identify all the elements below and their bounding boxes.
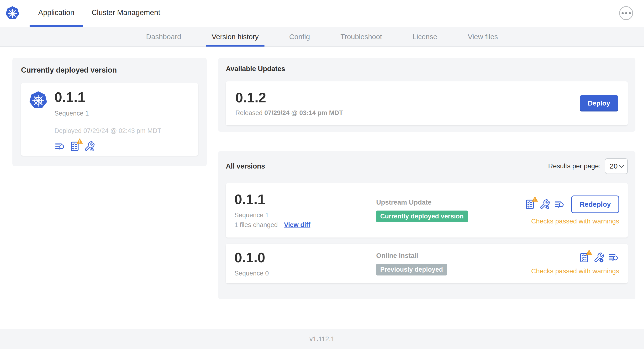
preflight-checks-warning-icon[interactable] xyxy=(69,141,80,152)
results-per-page-select[interactable]: 20 xyxy=(605,158,628,174)
currently-deployed-badge: Currently deployed version xyxy=(376,210,468,222)
header-tabs: Application Cluster Management xyxy=(30,0,169,27)
deployed-timestamp: Deployed 07/29/24 @ 02:43 pm MDT xyxy=(54,127,161,135)
edit-config-icon[interactable] xyxy=(539,199,550,210)
row-source-label: Online Install xyxy=(376,252,531,260)
update-released-date: 07/29/24 @ 03:14 pm MDT xyxy=(264,109,343,116)
redeploy-button[interactable]: Redeploy xyxy=(571,196,619,213)
subnav-view-files[interactable]: View files xyxy=(462,27,504,46)
kubernetes-app-icon xyxy=(28,91,48,111)
subnav-dashboard[interactable]: Dashboard xyxy=(140,27,187,46)
deployed-version-number: 0.1.1 xyxy=(54,90,85,104)
app-subnav: Dashboard Version history Config Trouble… xyxy=(0,27,644,47)
currently-deployed-title: Currently deployed version xyxy=(21,66,198,74)
deploy-button[interactable]: Deploy xyxy=(580,95,618,112)
update-version-number: 0.1.2 xyxy=(235,90,343,105)
all-versions-card: All versions Results per page: 20 0.1.1 … xyxy=(218,151,636,299)
app-footer: v1.112.1 xyxy=(0,329,644,349)
available-updates-title: Available Updates xyxy=(226,65,628,73)
deploy-logs-icon[interactable] xyxy=(54,141,66,152)
all-versions-title: All versions xyxy=(226,162,265,170)
row-source-label: Upstream Update xyxy=(376,198,524,206)
row-sequence: Sequence 0 xyxy=(234,270,376,277)
files-changed-label: 1 files changed xyxy=(234,221,278,229)
subnav-version-history[interactable]: Version history xyxy=(206,27,264,46)
ellipsis-icon xyxy=(622,12,624,14)
results-per-page-label: Results per page: xyxy=(548,162,600,170)
subnav-troubleshoot[interactable]: Troubleshoot xyxy=(335,27,388,46)
row-sequence: Sequence 1 xyxy=(234,212,376,219)
currently-deployed-card: Currently deployed version xyxy=(12,58,207,166)
checks-status-link[interactable]: Checks passed with warnings xyxy=(531,218,619,225)
edit-config-icon[interactable] xyxy=(594,252,604,263)
preflight-checks-warning-icon[interactable] xyxy=(524,199,536,210)
overflow-menu-button[interactable] xyxy=(619,6,633,20)
edit-config-icon[interactable] xyxy=(84,141,95,152)
version-row-0-1-0: 0.1.0 Sequence 0 Online Install Previous… xyxy=(226,244,628,283)
view-diff-link[interactable]: View diff xyxy=(284,221,310,229)
available-updates-card: Available Updates 0.1.2 Released 07/29/2… xyxy=(218,58,636,132)
row-version-number: 0.1.1 xyxy=(234,192,376,207)
chevron-down-icon xyxy=(619,162,624,168)
results-per-page-value: 20 xyxy=(610,162,618,170)
update-row: 0.1.2 Released 07/29/24 @ 03:14 pm MDT D… xyxy=(226,82,628,125)
app-header: Application Cluster Management xyxy=(0,0,644,27)
kubernetes-logo xyxy=(5,6,20,21)
tab-application[interactable]: Application xyxy=(30,0,83,27)
deployed-sequence: Sequence 1 xyxy=(54,110,89,117)
currently-deployed-version-panel: 0.1.1 Sequence 1 Deployed 07/29/24 @ 02:… xyxy=(21,83,198,156)
deploy-logs-icon[interactable] xyxy=(608,252,619,263)
version-row-0-1-1: 0.1.1 Sequence 1 1 files changed View di… xyxy=(226,183,628,238)
warning-triangle-icon xyxy=(76,138,84,145)
update-released-line: Released 07/29/24 @ 03:14 pm MDT xyxy=(235,109,343,117)
warning-triangle-icon xyxy=(531,196,539,203)
previously-deployed-badge: Previously deployed xyxy=(376,264,447,276)
console-version-label: v1.112.1 xyxy=(309,335,334,343)
subnav-license[interactable]: License xyxy=(407,27,443,46)
checks-status-link[interactable]: Checks passed with warnings xyxy=(531,267,619,275)
warning-triangle-icon xyxy=(585,249,593,256)
subnav-config[interactable]: Config xyxy=(284,27,316,46)
deploy-logs-icon[interactable] xyxy=(554,199,565,210)
tab-cluster-management[interactable]: Cluster Management xyxy=(83,0,169,27)
preflight-checks-warning-icon[interactable] xyxy=(578,252,590,263)
row-version-number: 0.1.0 xyxy=(234,250,376,265)
